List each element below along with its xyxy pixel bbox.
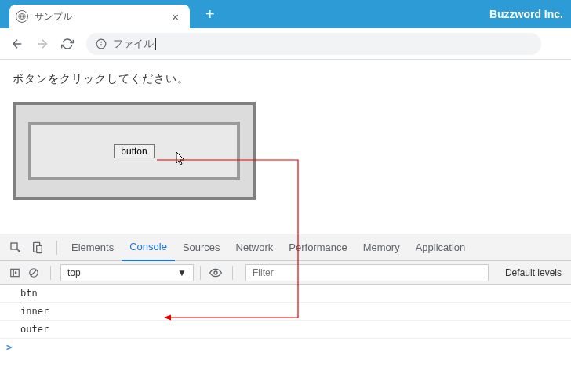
console-line: inner xyxy=(0,303,571,321)
close-icon[interactable]: × xyxy=(169,10,182,24)
devtools-panel: Elements Console Sources Network Perform… xyxy=(0,234,571,392)
tab-elements[interactable]: Elements xyxy=(64,234,122,261)
tab-title: サンプル xyxy=(35,10,169,24)
back-button[interactable] xyxy=(6,33,28,55)
svg-point-3 xyxy=(101,42,102,42)
clear-console-icon[interactable] xyxy=(25,264,42,281)
forward-button[interactable] xyxy=(31,33,53,55)
info-icon xyxy=(96,38,107,49)
tab-application[interactable]: Application xyxy=(408,234,474,261)
brand-label: Buzzword Inc. xyxy=(489,8,563,20)
address-bar[interactable]: ファイル xyxy=(86,33,541,55)
outer-box[interactable]: button xyxy=(13,102,256,200)
context-label: top xyxy=(67,267,81,278)
tab-memory[interactable]: Memory xyxy=(355,234,408,261)
console-output: btn inner outer > xyxy=(0,285,571,392)
svg-point-11 xyxy=(214,271,217,274)
separator xyxy=(56,241,57,255)
inner-box[interactable]: button xyxy=(28,122,240,180)
address-scheme: ファイル xyxy=(113,37,154,51)
levels-selector[interactable]: Default levels xyxy=(502,267,565,278)
eye-icon[interactable] xyxy=(207,264,224,281)
text-cursor xyxy=(155,38,156,50)
device-toggle-icon[interactable] xyxy=(28,238,47,257)
globe-icon xyxy=(16,10,28,23)
tab-performance[interactable]: Performance xyxy=(281,234,355,261)
demo-button[interactable]: button xyxy=(114,144,154,158)
reload-button[interactable] xyxy=(56,33,78,55)
inspect-icon[interactable] xyxy=(6,238,25,257)
window-titlebar: サンプル × + Buzzword Inc. xyxy=(0,0,571,28)
console-line: btn xyxy=(0,285,571,303)
separator xyxy=(50,266,51,280)
cursor-icon xyxy=(176,151,187,168)
console-prompt[interactable]: > xyxy=(0,339,571,356)
devtools-tabbar: Elements Console Sources Network Perform… xyxy=(0,234,571,261)
separator xyxy=(200,266,201,280)
separator xyxy=(232,266,233,280)
svg-rect-6 xyxy=(37,245,42,252)
tab-console[interactable]: Console xyxy=(122,234,175,261)
console-line: outer xyxy=(0,321,571,339)
chevron-down-icon: ▼ xyxy=(177,267,187,278)
browser-toolbar: ファイル xyxy=(0,28,571,60)
console-toolbar: top ▼ Default levels xyxy=(0,261,571,285)
instruction-text: ボタンをクリックしてください。 xyxy=(13,72,558,86)
page-content: ボタンをクリックしてください。 button xyxy=(0,60,571,212)
sidebar-toggle-icon[interactable] xyxy=(6,264,24,281)
new-tab-button[interactable]: + xyxy=(199,4,221,25)
svg-line-10 xyxy=(31,270,37,275)
context-selector[interactable]: top ▼ xyxy=(60,264,194,281)
browser-tab[interactable]: サンプル × xyxy=(9,5,190,28)
tab-network[interactable]: Network xyxy=(228,234,282,261)
filter-input[interactable] xyxy=(245,264,489,281)
tab-sources[interactable]: Sources xyxy=(175,234,228,261)
